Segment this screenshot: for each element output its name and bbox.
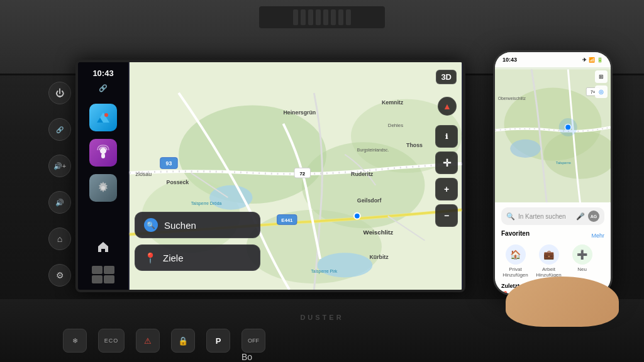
duster-logo: DUSTER [300, 314, 343, 321]
svg-text:Geilsdorf: Geilsdorf [357, 197, 382, 204]
off-button[interactable]: OFF [242, 329, 265, 353]
svg-text:Kemnitz: Kemnitz [382, 99, 404, 106]
lock-button[interactable]: 🔒 [171, 329, 195, 353]
home-button[interactable]: ⌂ [48, 228, 71, 250]
svg-text:Kürbitz: Kürbitz [369, 254, 389, 260]
maps-icon [94, 109, 112, 126]
phone-fav-new-label: Neu [577, 266, 587, 272]
carplay-grid-button[interactable] [92, 266, 114, 283]
recent-location-icon: 📍 [501, 291, 509, 293]
carplay-bottom-icons [92, 236, 114, 283]
carplay-podcasts-app[interactable] [89, 139, 117, 167]
map-3d-badge[interactable]: 3D [436, 70, 457, 84]
map-joystick-button[interactable]: ✛ [435, 151, 458, 174]
infotainment-screen: 10:43 🔗 [75, 60, 465, 292]
phone-favorites-more[interactable]: Mehr [591, 233, 604, 239]
phone-map-controls: ⊞ ◎ [595, 70, 608, 98]
phone-layers-button[interactable]: ⊞ [595, 70, 608, 83]
svg-text:72: 72 [299, 171, 305, 177]
volume-up-button[interactable]: 🔊+ [48, 155, 71, 177]
phone-time: 10:43 [502, 57, 517, 63]
battery-icon: 🔋 [597, 57, 603, 63]
svg-point-38 [510, 140, 540, 158]
svg-text:Weischlitz: Weischlitz [364, 229, 394, 236]
svg-text:Thoss: Thoss [406, 142, 423, 148]
settings-icon [96, 180, 111, 195]
svg-text:Ruderitz: Ruderitz [351, 171, 374, 177]
carplay-time: 10:43 [92, 69, 113, 78]
search-button[interactable]: 🔍 Suchen [135, 212, 260, 238]
phone-favorites-row: 🏠 PrivatHinzufügen 💼 ArbeitHinzufügen ➕ … [501, 244, 604, 278]
svg-point-14 [317, 253, 372, 277]
svg-rect-5 [101, 153, 105, 158]
settings-button[interactable]: ⚙ [48, 264, 71, 287]
svg-text:93: 93 [166, 160, 172, 167]
phone-container: 10:43 ✈ 📶 🔋 [493, 50, 625, 321]
phone-location-button[interactable]: ◎ [595, 85, 608, 98]
carplay-home-button[interactable] [92, 236, 114, 258]
carplay-settings-app[interactable] [89, 174, 117, 202]
airplane-icon: ✈ [582, 57, 587, 63]
carplay-link-icon: 🔗 [99, 84, 108, 92]
phone-new-icon: ➕ [572, 244, 592, 265]
svg-text:Talsperre Dröda: Talsperre Dröda [191, 201, 222, 206]
map-info-button[interactable]: ℹ [435, 125, 458, 148]
bottom-controls: ❄ ECO ⚠ 🔒 P OFF [63, 329, 480, 353]
search-panel: 🔍 Suchen 📍 Ziele [128, 212, 267, 271]
svg-point-34 [354, 213, 360, 219]
volume-down-button[interactable]: 🔊 [48, 191, 71, 214]
svg-text:Talsperre: Talsperre [556, 161, 571, 165]
phone-home-icon: 🏠 [506, 244, 526, 265]
search-button-label: Suchen [164, 220, 196, 231]
car-controls-left: ⏻ 🔗 🔊+ 🔊 ⌂ ⚙ [41, 75, 79, 287]
phone-screen: 10:43 ✈ 📶 🔋 [495, 52, 611, 293]
phone-map-svg: Oberweischlitz Talsperre 7+ [495, 67, 611, 206]
svg-text:Burgsteinlandsc.: Burgsteinlandsc. [357, 148, 389, 153]
phone-search-bar[interactable]: 🔍 In Karten suchen 🎤 AG [501, 207, 604, 225]
svg-point-40 [559, 118, 577, 136]
carplay-screen: 10:43 🔗 [78, 62, 463, 290]
power-button[interactable]: ⏻ [48, 82, 71, 104]
destinations-button-label: Ziele [163, 253, 184, 263]
park-button[interactable]: P [206, 329, 230, 353]
svg-text:zlosau: zlosau [136, 171, 152, 177]
ag-badge: AG [588, 211, 599, 222]
map-right-controls: ℹ ✛ + − [435, 125, 458, 227]
home-icon [96, 240, 110, 254]
hazard-button[interactable]: ⚠ [136, 329, 160, 353]
carplay-left-panel: 10:43 🔗 [78, 62, 128, 290]
phone-status-bar: 10:43 ✈ 📶 🔋 [495, 52, 611, 67]
svg-text:Dehles: Dehles [388, 123, 403, 128]
phone-mic-icon[interactable]: 🎤 [576, 212, 585, 221]
phone-search-text: In Karten suchen [518, 213, 566, 220]
map-compass-button[interactable]: ▲ [438, 97, 457, 116]
svg-point-3 [104, 113, 108, 117]
carplay-map[interactable]: 93 72 E441 Kemnitz Heinersgrün Dehles Bu… [128, 62, 463, 290]
phone-body: 10:43 ✈ 📶 🔋 [493, 50, 613, 295]
hand [506, 277, 619, 327]
phone-fav-home-label: PrivatHinzufügen [502, 266, 528, 278]
svg-point-4 [100, 148, 106, 154]
svg-text:Talsperre Pirk: Talsperre Pirk [311, 269, 337, 274]
ac-button[interactable]: ❄ [63, 329, 87, 353]
search-icon: 🔍 [144, 218, 158, 232]
bottom-partial-text: Bo [242, 352, 252, 362]
phone-fav-work[interactable]: 💼 ArbeitHinzufügen [535, 244, 563, 278]
eco-button[interactable]: ECO [98, 329, 125, 353]
podcasts-icon [95, 145, 111, 161]
compass-arrow-icon: ▲ [443, 101, 452, 111]
svg-text:Heinersgrün: Heinersgrün [283, 109, 316, 116]
destinations-button[interactable]: 📍 Ziele [135, 244, 260, 271]
svg-text:E441: E441 [281, 217, 293, 223]
signal-icon: 📶 [589, 57, 595, 63]
phone-fav-home[interactable]: 🏠 PrivatHinzufügen [501, 244, 530, 278]
carplay-maps-app[interactable] [89, 104, 117, 131]
phone-work-icon: 💼 [539, 244, 559, 265]
phone-favorites-label: Favoriten [501, 230, 530, 237]
phone-fav-new[interactable]: ➕ Neu [568, 244, 596, 278]
phone-map[interactable]: Oberweischlitz Talsperre 7+ ⊞ ◎ [495, 67, 611, 206]
map-zoom-in-button[interactable]: + [435, 178, 458, 200]
phone-search-icon: 🔍 [506, 212, 515, 221]
map-zoom-out-button[interactable]: − [435, 204, 458, 227]
link-button[interactable]: 🔗 [48, 118, 71, 141]
